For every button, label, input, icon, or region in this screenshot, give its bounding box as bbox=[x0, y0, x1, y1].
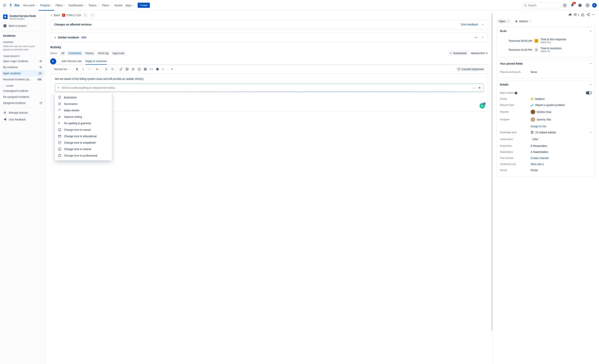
profile-avatar[interactable] bbox=[592, 3, 597, 8]
queue-item[interactable]: Unassigned incidents bbox=[1, 88, 44, 94]
ai-option-change-tone-to-casual[interactable]: Change tone to casual bbox=[55, 126, 112, 133]
queue-item[interactable]: Resolved incidents (la...238 bbox=[1, 76, 44, 82]
nav-item-teams[interactable]: Teams bbox=[87, 3, 100, 8]
other-toggle[interactable]: OTHER bbox=[1, 82, 44, 88]
send-icon[interactable] bbox=[472, 86, 476, 90]
app-switcher-icon[interactable] bbox=[2, 3, 7, 8]
help-icon[interactable]: ? bbox=[577, 2, 583, 8]
assign-to-me-link[interactable]: Assign to me bbox=[531, 125, 546, 128]
activity-tab-history[interactable]: History bbox=[84, 51, 95, 55]
info-icon[interactable]: i bbox=[515, 92, 517, 94]
more-format-button[interactable]: ⋯ bbox=[87, 66, 92, 72]
ai-option-change-tone-to-neutral[interactable]: Change tone to neutral bbox=[55, 146, 112, 152]
ai-button[interactable]: ✦ bbox=[169, 66, 175, 72]
queue-item[interactable]: Re-assigned incidents bbox=[1, 94, 44, 100]
ai-option-summarize[interactable]: Summarize bbox=[55, 101, 112, 107]
assignee-value[interactable]: Sammy Vito bbox=[531, 117, 592, 122]
stakeholders-value[interactable]: 3 Stakeholders bbox=[531, 151, 592, 153]
start-call-link[interactable]: Start call bbox=[531, 163, 544, 166]
announcement-icon[interactable] bbox=[568, 13, 572, 16]
queue-item[interactable]: Opsgenie incidents bbox=[1, 100, 44, 106]
kb-value[interactable]: 15 related articles bbox=[531, 131, 592, 134]
bold-button[interactable]: B bbox=[74, 66, 80, 72]
ai-prompt-input[interactable] bbox=[62, 86, 470, 89]
status-button[interactable]: Open bbox=[497, 19, 511, 24]
add-button[interactable]: + bbox=[161, 66, 166, 72]
internal-note-tab[interactable]: Add internal note bbox=[62, 58, 82, 65]
issue-key[interactable]: ITSM-17116 bbox=[62, 14, 81, 17]
more-icon[interactable] bbox=[592, 13, 595, 16]
prev-issue-button[interactable] bbox=[83, 13, 88, 18]
ai-option-change-tone-to-empathetic[interactable]: Change tone to empathetic bbox=[55, 139, 112, 146]
italic-button[interactable]: I bbox=[80, 66, 86, 72]
reporter-value[interactable]: Keisha Onai bbox=[531, 110, 592, 114]
reply-customer-tab[interactable]: Reply to customer bbox=[86, 58, 107, 65]
search-input[interactable] bbox=[522, 2, 560, 8]
table-button[interactable] bbox=[143, 66, 148, 72]
scrollbar[interactable] bbox=[491, 13, 493, 331]
create-button[interactable]: Create bbox=[138, 3, 150, 8]
details-header[interactable]: Details bbox=[497, 81, 595, 88]
field-value[interactable]: None bbox=[531, 71, 592, 73]
more-icon[interactable] bbox=[474, 36, 478, 39]
give-feedback-link[interactable]: Give feedback bbox=[461, 23, 478, 26]
create-channel-link[interactable]: Create channel bbox=[531, 157, 549, 160]
sort-button[interactable]: Newest first bbox=[471, 52, 488, 55]
nav-item-apps[interactable]: Apps bbox=[124, 3, 136, 8]
editor-body[interactable]: We are aware of the billing system issue… bbox=[50, 73, 488, 112]
next-issue-button[interactable] bbox=[90, 13, 95, 18]
canned-responses-button[interactable]: Canned responses bbox=[456, 67, 486, 71]
queue-item[interactable]: My incidents0 bbox=[1, 64, 44, 70]
text-style-picker[interactable]: Normal tex bbox=[53, 67, 71, 71]
code-button[interactable] bbox=[149, 66, 154, 72]
major-incident-toggle[interactable] bbox=[586, 91, 592, 94]
back-button[interactable]: Back bbox=[50, 14, 60, 17]
close-ai-button[interactable]: ✕ bbox=[478, 86, 481, 90]
view-alerts-button[interactable]: View bbox=[531, 137, 540, 141]
emoji-button[interactable] bbox=[137, 66, 142, 72]
text-color-button[interactable]: A bbox=[95, 66, 100, 72]
watchers-button[interactable]: 1 bbox=[573, 13, 579, 16]
compass-icon[interactable] bbox=[562, 2, 568, 8]
nav-item-your-work[interactable]: Your work bbox=[21, 3, 39, 8]
activity-tab-approvals[interactable]: Approvals bbox=[111, 51, 126, 55]
back-to-project-link[interactable]: Back to project bbox=[1, 22, 44, 29]
grammarly-badge[interactable]: G bbox=[480, 103, 485, 108]
manage-queues-link[interactable]: Manage queues bbox=[1, 109, 44, 116]
ai-option-brainstorm[interactable]: Brainstorm bbox=[55, 94, 112, 101]
feedback-link[interactable]: Give feedback bbox=[1, 116, 44, 123]
image-button[interactable] bbox=[124, 66, 130, 72]
request-type-value[interactable]: 🧪Report a system problem bbox=[531, 104, 592, 107]
pinned-header[interactable]: Your pinned fields bbox=[497, 60, 595, 67]
nav-item-assets[interactable]: Assets bbox=[113, 3, 124, 8]
ai-option-improve-writing[interactable]: Improve writing bbox=[55, 114, 112, 120]
info-button[interactable]: i bbox=[155, 66, 160, 72]
link-button[interactable] bbox=[118, 66, 124, 72]
notifications-icon[interactable]: 9+ bbox=[569, 2, 575, 8]
like-icon[interactable] bbox=[581, 13, 585, 16]
responders-value[interactable]: 6 Responders bbox=[531, 144, 592, 147]
ai-option-change-tone-to-educational[interactable]: Change tone to educational bbox=[55, 133, 112, 139]
jira-logo[interactable]: Jira bbox=[9, 3, 19, 8]
bullet-list-button[interactable] bbox=[104, 66, 109, 72]
ai-option-fix-spelling-and-grammar[interactable]: ✦Fix spelling & grammar bbox=[55, 120, 112, 126]
nav-item-plans[interactable]: Plans bbox=[101, 3, 113, 8]
activity-tab-comments[interactable]: Comments bbox=[67, 51, 83, 55]
numbered-list-button[interactable]: 123 bbox=[110, 66, 115, 72]
queue-item[interactable]: Open major incidents0 bbox=[1, 58, 44, 64]
activity-tab-all[interactable]: All bbox=[60, 51, 66, 55]
actions-button[interactable]: Actions bbox=[513, 19, 533, 24]
priority-value[interactable]: Medium bbox=[531, 98, 592, 100]
nav-item-dashboards[interactable]: Dashboards bbox=[67, 3, 87, 8]
share-icon[interactable] bbox=[586, 13, 590, 16]
nav-item-filters[interactable]: Filters bbox=[54, 3, 67, 8]
chevron-down-icon[interactable] bbox=[481, 36, 484, 39]
mention-button[interactable]: @ bbox=[131, 66, 136, 72]
ai-option-make-shorter[interactable]: Make shorter bbox=[55, 107, 112, 114]
activity-tab-work-log[interactable]: Work log bbox=[97, 51, 110, 55]
queue-item[interactable]: Open incidents18 bbox=[1, 70, 44, 76]
ai-option-change-tone-to-professional[interactable]: Change tone to professional bbox=[55, 152, 112, 159]
summarize-button[interactable]: ✦ Summarize bbox=[448, 51, 468, 55]
slas-header[interactable]: SLAs bbox=[497, 27, 595, 35]
settings-icon[interactable] bbox=[585, 2, 591, 8]
